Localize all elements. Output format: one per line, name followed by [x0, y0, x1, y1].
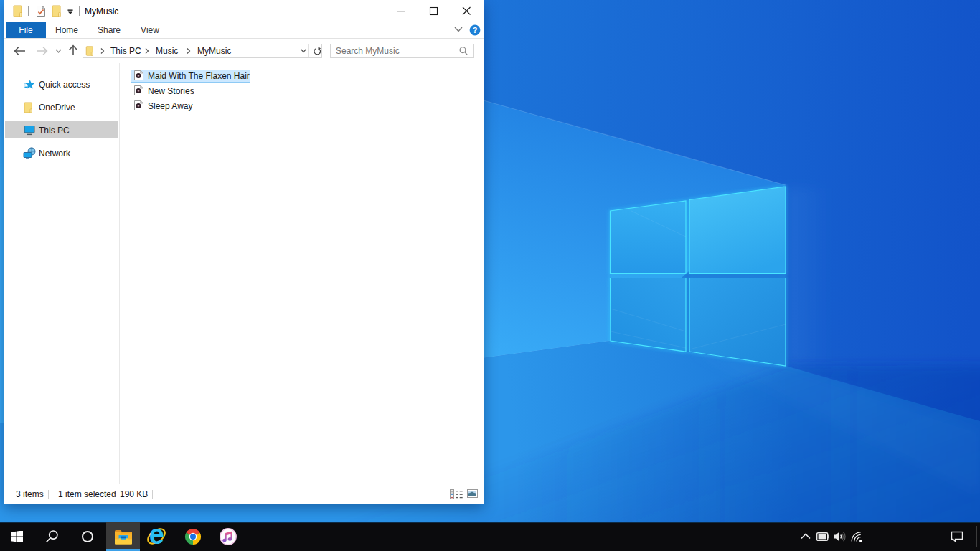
- svg-text:?: ?: [473, 26, 478, 34]
- svg-text:e: e: [149, 527, 164, 547]
